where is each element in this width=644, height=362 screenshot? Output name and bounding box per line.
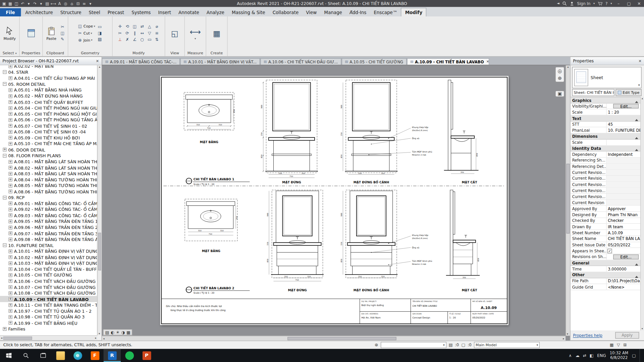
tree-item[interactable]: + A.10.06 - CHI TIẾT VÁCH ĐẦU GIƯỜNG 1	[0, 278, 97, 284]
tree-item[interactable]: + A.10.07 - CHI TIẾT VÁCH ĐẦU GIƯỜNG 2	[0, 284, 97, 290]
language-indicator[interactable]: ENG	[597, 353, 606, 358]
network-icon[interactable]: ⇄	[583, 353, 586, 358]
extend-icon[interactable]: ↔	[139, 30, 146, 36]
ribbon-tab[interactable]: Collaborate	[269, 8, 303, 16]
tree-item[interactable]: + A.05.04 - CHI TIẾT PHÒNG NGỦ HAI GIƯỜ	[0, 105, 97, 111]
ribbon-tab[interactable]: View	[302, 8, 320, 16]
show-desktop-button[interactable]	[640, 349, 642, 362]
property-row[interactable]: Approved By Approver	[571, 206, 640, 212]
ribbon-tab[interactable]: Add-Ins	[346, 8, 370, 16]
tree-expander-icon[interactable]: +	[9, 142, 12, 146]
app-store-icon[interactable]	[598, 1, 603, 6]
apply-button[interactable]: Apply	[615, 332, 639, 339]
type-selector-dropdown-icon[interactable]: ▾	[638, 83, 640, 87]
tree-item[interactable]: + A.09.08 - MẶT BẰNG TRẦN ĐÈN TẦNG Á	[0, 236, 97, 242]
canvas-vertical-scrollbar[interactable]: ▴ ▾	[566, 65, 570, 336]
tree-item[interactable]: + A.10.97 - CHI TIẾT TỦ QUẦN ÁO 1 - 2	[0, 308, 97, 314]
tree-expander-icon[interactable]: −	[3, 82, 7, 86]
tree-item[interactable]: + A.08.04 - MẶT BẰNG TƯỜNG HOÀN THIẾ	[0, 177, 97, 183]
redo-menu-icon[interactable]: ▾	[38, 1, 44, 6]
tree-item[interactable]: + A.08.01 - MẶT BẰNG LÁT SÀN HOÀN THI	[0, 159, 97, 165]
rotate-icon[interactable]: ⟲	[124, 23, 131, 29]
tree-item[interactable]: + A.08.06 - MẶT BẰNG TƯỜNG HOÀN THIẾ	[0, 189, 97, 195]
ribbon-tab[interactable]: Systems	[128, 8, 154, 16]
scale-icon[interactable]: ▤	[105, 330, 109, 334]
cut-geometry-button[interactable]: ✂ Cut ▾	[77, 31, 95, 36]
tree-item[interactable]: + A.09.02 - MẶT BẰNG CÔNG TÁC- Ổ CẮM	[0, 206, 97, 213]
cope-button[interactable]: ◫ Cope ▾	[77, 23, 95, 29]
tree-expander-icon[interactable]: +	[9, 202, 12, 205]
close-button[interactable]: ✕	[635, 1, 643, 6]
thin-lines-icon[interactable]: ≡	[154, 30, 160, 36]
tag-icon[interactable]: ◎	[63, 1, 68, 6]
workset-combo[interactable]: ▾	[381, 342, 446, 348]
property-row[interactable]: Dimensions	[571, 133, 640, 139]
tree-item[interactable]: + A.10.02 - MẶT BẰNG ĐỊNH VỊ VẬT DỤNG	[0, 254, 97, 260]
close-properties-icon[interactable]: ✕	[638, 59, 641, 63]
view-button[interactable]: ◱	[169, 27, 180, 39]
property-row[interactable]: Other	[571, 272, 640, 278]
tree-expander-icon[interactable]: +	[9, 297, 12, 301]
tree-item[interactable]: + A.09.05 - MẶT BẰNG TRẦN ĐÈN TẦNG 1	[0, 219, 97, 225]
detail-level-icon[interactable]: ◐	[111, 330, 114, 334]
worksharing-icon[interactable]: ⊕	[375, 343, 378, 347]
property-row[interactable]: Time 3.000000	[571, 266, 640, 272]
ribbon-tab[interactable]: Modify	[401, 8, 426, 16]
tray-expand-icon[interactable]: ∧	[569, 353, 572, 358]
property-row[interactable]: Scale	[571, 139, 640, 145]
property-row[interactable]: File Path D:\01.Project\Oa...	[571, 278, 640, 284]
property-row[interactable]: Dependency Independent	[571, 152, 640, 158]
ribbon-tab[interactable]: Steel	[85, 8, 104, 16]
measure-icon[interactable]: ⟷	[51, 1, 56, 6]
delete-icon[interactable]: ✗	[124, 37, 131, 43]
tree-expander-icon[interactable]: −	[3, 196, 7, 199]
tree-item[interactable]: + A.10.05 - CHI TIẾT GIƯỜNG	[0, 272, 97, 278]
redo-icon[interactable]: ↷	[32, 1, 38, 6]
drawing-area[interactable]: .ln{stroke:#1a1a1a;stroke-width:0.8;fill…	[102, 65, 570, 341]
tree-expander-icon[interactable]: −	[3, 70, 7, 74]
edit-type-button[interactable]: Edit Type	[616, 89, 642, 96]
sign-in-button[interactable]: Sign In	[577, 1, 591, 6]
type-selector[interactable]: Sheet ▾	[572, 67, 642, 88]
tree-item[interactable]: − 05. ROOM DETAIL	[0, 81, 97, 87]
tree-item[interactable]: + A.10.04 - CHI TIẾT QUẦY LỄ TÂN - BUFFE	[0, 266, 97, 272]
property-row[interactable]: Current Revisio...	[571, 176, 640, 182]
trim-icon[interactable]: ⟳	[124, 30, 131, 36]
tree-expander-icon[interactable]: +	[9, 112, 12, 116]
tree-item[interactable]: + A.10.03 - MẶT BẰNG ĐỊNH VỊ VẬT DỤNG	[0, 260, 97, 266]
action-center-icon[interactable]: ▢	[632, 353, 636, 358]
array-icon[interactable]: △	[146, 23, 153, 29]
property-row[interactable]: Current Revisio...	[571, 188, 640, 194]
ribbon-tab[interactable]: Enscape™	[370, 8, 401, 16]
tree-item[interactable]: + A.10.08 - CHI TIẾT VÁCH ĐẦU GIƯỜNG 3	[0, 290, 97, 296]
ribbon-tab[interactable]: Analyze	[203, 8, 228, 16]
cut-icon[interactable]: ✂	[59, 24, 66, 30]
tree-expander-icon[interactable]: +	[9, 190, 12, 193]
match-type-icon[interactable]: ✎	[59, 37, 66, 42]
tree-expander-icon[interactable]: +	[9, 88, 12, 92]
property-row[interactable]: Current Revisio...	[571, 182, 640, 188]
ribbon-tab[interactable]: Insert	[154, 8, 175, 16]
tree-expander-icon[interactable]: +	[9, 273, 12, 277]
open-icon[interactable]: ▦	[7, 1, 13, 6]
maximize-button[interactable]: ▢	[625, 1, 633, 6]
tree-expander-icon[interactable]: +	[9, 255, 12, 259]
tree-expander-icon[interactable]: +	[9, 118, 12, 122]
editable-only-icon[interactable]: ▦	[610, 343, 614, 347]
beam-icon[interactable]: ▭	[96, 24, 103, 30]
paste-button[interactable]: Paste	[45, 25, 58, 41]
sheet-view[interactable]: .ln{stroke:#1a1a1a;stroke-width:0.8;fill…	[160, 76, 508, 325]
property-row[interactable]: Appears In Shee... ✓	[571, 248, 640, 254]
text-icon[interactable]: A	[57, 1, 62, 6]
start-button[interactable]	[0, 349, 17, 362]
tree-item[interactable]: + A.10.98 - CHI TIẾT TỦ QUẦN ÁO 3	[0, 314, 97, 320]
document-tab[interactable]: ▤ A.10.09 - CHI TIẾT BÀN LAVABO ✕	[407, 58, 489, 65]
ribbon-tab[interactable]: Architecture	[21, 8, 57, 16]
project-browser-header[interactable]: Project Browser - OH-R21-220607.rvt ✕	[0, 57, 101, 65]
tree-item[interactable]: + A.02.02 - MẶT BÊN	[0, 65, 97, 69]
navigation-wheel-icon[interactable]: ◎	[558, 68, 562, 74]
tree-item[interactable]: + A.05.07 - CHI TIẾT VỆ SINH 01 - 02	[0, 123, 97, 129]
close-project-browser-icon[interactable]: ✕	[96, 59, 99, 63]
property-row[interactable]: Guide Grid <None>	[571, 284, 640, 290]
property-row[interactable]: PhanLoai 10. FUNITURE DE...	[571, 127, 640, 133]
